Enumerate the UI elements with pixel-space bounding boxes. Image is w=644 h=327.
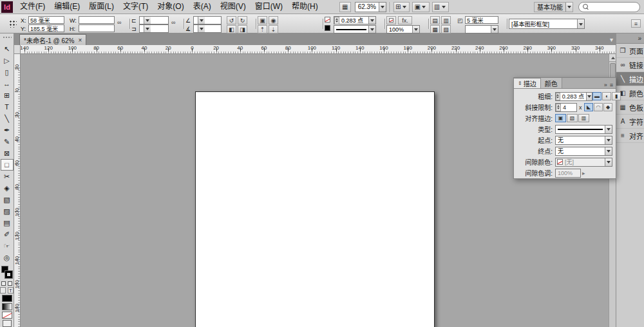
line-tool[interactable]: ╲ <box>1 113 14 124</box>
zoom-tool[interactable]: ◎ <box>1 252 14 263</box>
menu-window[interactable]: 窗口(W) <box>251 0 287 14</box>
fill-color-proxy[interactable] <box>325 17 330 23</box>
opacity-select[interactable]: 100% <box>386 25 420 33</box>
gradient-swatch-tool[interactable]: ▧ <box>1 194 14 205</box>
close-tab-icon[interactable]: × <box>79 37 82 44</box>
object-style-select[interactable]: [基本图形框架] <box>509 19 585 29</box>
dock-item-swatches[interactable]: ▦色板 <box>616 100 644 115</box>
tab-overflow-icon[interactable]: ▾ <box>610 36 613 43</box>
stroke-weight-select[interactable]: 0.283 点 <box>334 16 376 24</box>
zoom-level-select[interactable]: 62.3% <box>355 2 386 12</box>
stroke-type-select[interactable] <box>334 25 376 33</box>
horizontal-ruler[interactable]: 1401201008060402002040608010012014016018… <box>14 45 616 54</box>
cap-butt-button[interactable]: ▬ <box>592 92 601 100</box>
wrap-none-button[interactable]: ▤ <box>430 16 440 24</box>
fill-stroke-proxy[interactable] <box>1 266 14 280</box>
gap-tool[interactable]: ↔ <box>1 78 14 89</box>
control-panel-menu-button[interactable]: ≡ <box>631 19 641 28</box>
miter-limit-field[interactable]: 4 <box>555 103 577 112</box>
arrange-documents-button[interactable]: ▥ <box>432 2 449 12</box>
menu-type[interactable]: 文字(T) <box>118 0 153 14</box>
dock-item-stroke[interactable]: ╲描边 <box>616 72 644 86</box>
stroke-weight-stepper[interactable] <box>334 17 339 24</box>
constrain-scale-icon[interactable]: ∞ <box>171 19 175 26</box>
cap-round-button[interactable]: ◖ <box>602 92 611 100</box>
scale-x-select[interactable] <box>139 16 169 24</box>
screen-mode-toggle[interactable] <box>3 320 12 327</box>
flip-vertical-button[interactable]: ◨ <box>238 25 247 33</box>
page-tool[interactable]: ▯ <box>1 66 14 78</box>
select-content-button[interactable]: ◉ <box>269 16 278 24</box>
panel-menu-icon[interactable]: ≡ <box>610 82 613 88</box>
search-input[interactable] <box>589 3 634 10</box>
align-stroke-center-button[interactable]: ▣ <box>555 114 566 122</box>
apply-color-button[interactable] <box>2 295 12 302</box>
view-options-button[interactable]: ⊞ <box>393 2 410 12</box>
vertical-ruler[interactable]: 20020406080100120140160180 <box>14 54 21 327</box>
scale-y-select[interactable] <box>139 24 169 33</box>
rotate-ccw-button[interactable]: ↺ <box>227 16 236 24</box>
apply-none-button[interactable] <box>2 312 12 319</box>
type-tool[interactable]: T <box>1 101 14 113</box>
default-fill-stroke-icon[interactable] <box>1 281 6 286</box>
select-previous-object-button[interactable]: ⇡ <box>258 25 267 33</box>
workspace-switcher[interactable]: 基本功能 <box>534 2 573 12</box>
rectangle-frame-tool[interactable]: ⊠ <box>1 147 14 159</box>
height-field[interactable] <box>79 24 115 32</box>
tab-color[interactable]: 颜色 <box>541 78 562 88</box>
menu-object[interactable]: 对象(O) <box>153 0 188 14</box>
menu-table[interactable]: 表(A) <box>189 0 216 14</box>
select-container-button[interactable]: ▣ <box>258 16 267 24</box>
toolbar-grip[interactable] <box>3 36 12 39</box>
join-miter-button[interactable]: ◣ <box>584 103 593 111</box>
selection-tool[interactable]: ↖ <box>1 43 14 55</box>
gradient-feather-tool[interactable]: ▨ <box>1 205 14 217</box>
ruler-origin-corner[interactable] <box>14 45 21 54</box>
menu-edit[interactable]: 编辑(E) <box>50 0 84 14</box>
menu-view[interactable]: 视图(V) <box>216 0 251 14</box>
align-stroke-inside-button[interactable]: ▧ <box>567 114 578 122</box>
dock-item-pages[interactable]: ❐页面 <box>616 44 644 58</box>
rectangle-tool[interactable]: □ <box>1 159 14 171</box>
rotate-cw-button[interactable]: ↻ <box>238 16 247 24</box>
document-page[interactable] <box>195 91 435 327</box>
formatting-affects-text-toggle[interactable]: T <box>8 287 14 294</box>
dock-item-links[interactable]: ∞链接 <box>616 58 644 72</box>
direct-selection-tool[interactable]: ▷ <box>1 55 14 66</box>
menu-help[interactable]: 帮助(H) <box>287 0 323 14</box>
rotation-angle-select[interactable] <box>193 16 222 24</box>
weight-stepper[interactable] <box>556 93 560 100</box>
cap-projecting-button[interactable]: ▮ <box>612 92 621 100</box>
scissors-tool[interactable]: ✂ <box>1 171 14 182</box>
bridge-button[interactable]: ▦ <box>339 2 351 12</box>
expand-panels-icon[interactable]: » <box>638 35 641 42</box>
start-arrowhead-select[interactable]: 无 <box>555 136 612 145</box>
menu-layout[interactable]: 版面(L) <box>84 0 118 14</box>
screen-mode-button[interactable]: ▣ <box>412 2 429 12</box>
swap-fill-stroke-icon[interactable] <box>8 281 12 286</box>
stroke-swatch[interactable] <box>5 271 12 278</box>
reference-point-proxy[interactable] <box>9 20 17 28</box>
hand-tool[interactable]: ☞ <box>1 240 14 252</box>
x-position-field[interactable]: 58 毫米 <box>28 16 64 24</box>
menu-file[interactable]: 文件(F) <box>15 0 50 14</box>
miter-stepper[interactable] <box>556 104 561 111</box>
apply-gradient-button[interactable] <box>2 303 12 310</box>
formatting-affects-container-toggle[interactable] <box>0 287 6 294</box>
join-bevel-button[interactable]: ◆ <box>603 103 612 111</box>
eyedropper-tool[interactable]: ✐ <box>1 229 14 240</box>
pencil-tool[interactable]: ✎ <box>1 136 14 147</box>
corner-radius-field[interactable]: 5 毫米 <box>465 16 498 24</box>
select-next-object-button[interactable]: ⇣ <box>269 25 278 33</box>
note-tool[interactable]: ▤ <box>1 217 14 229</box>
constrain-proportions-icon[interactable]: ∞ <box>117 19 121 26</box>
content-collector-tool[interactable]: ⊞ <box>1 89 14 101</box>
width-field[interactable] <box>79 16 115 24</box>
y-position-field[interactable]: 185.5 毫米 <box>28 24 64 32</box>
weight-select[interactable]: 0.283 点 <box>555 92 592 101</box>
dock-item-character[interactable]: A字符 <box>616 115 644 129</box>
effects-button[interactable]: fx. <box>398 16 412 24</box>
corner-shape-select[interactable] <box>465 25 498 33</box>
flip-horizontal-button[interactable]: ◧ <box>227 25 236 33</box>
drop-shadow-button[interactable] <box>386 16 396 24</box>
